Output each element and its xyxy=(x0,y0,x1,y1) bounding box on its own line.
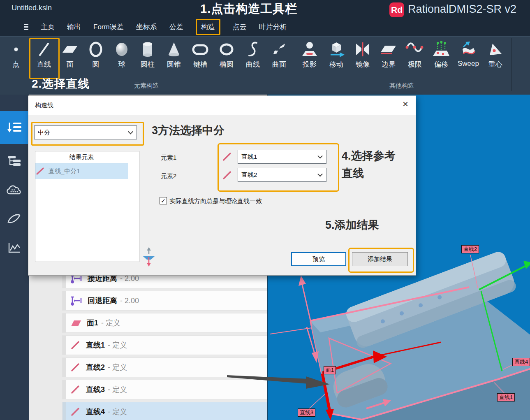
menu-item-home[interactable]: 主页 xyxy=(41,22,55,32)
left-sidebar xyxy=(0,95,29,420)
direction-checkbox[interactable]: ✓ xyxy=(160,197,167,204)
menu-item-pointcloud[interactable]: 点云 xyxy=(233,22,247,32)
tool-boundary[interactable]: 边界 xyxy=(376,40,401,69)
retract-distance-icon xyxy=(70,295,83,306)
method-select[interactable]: 中分 xyxy=(34,125,137,139)
document-title: Untitled.ksln xyxy=(12,4,52,12)
centroid-icon xyxy=(483,40,508,59)
line-feature-icon xyxy=(70,362,81,372)
result-list-scroll-column[interactable] xyxy=(128,151,139,262)
badge-plane1[interactable]: 面1 xyxy=(324,366,336,374)
point-icon xyxy=(3,40,29,59)
construct-line-dialog: 构造线 × 中分 3方法选择中分 结果元素 直线_中分1 元素1 元素2 直线1 xyxy=(28,95,416,276)
tool-sphere[interactable]: 球 xyxy=(109,40,134,69)
tool-centroid[interactable]: 重心 xyxy=(483,40,508,69)
extreme-icon xyxy=(402,40,428,59)
element2-label: 元素2 xyxy=(161,172,176,180)
element2-select[interactable]: 直线2 xyxy=(238,168,326,182)
slot-icon xyxy=(187,40,213,59)
tool-cylinder[interactable]: 圆柱 xyxy=(135,40,160,69)
menu-item-blade-analysis[interactable]: 叶片分析 xyxy=(259,22,287,32)
tool-mirror[interactable]: 镜像 xyxy=(350,40,375,69)
tool-project[interactable]: 投影 xyxy=(297,40,322,69)
annotation-step1: 1.点击构造工具栏 xyxy=(200,1,297,17)
menu-item-tolerance[interactable]: 公差 xyxy=(169,22,183,32)
app-window: Untitled.ksln 1.点击构造工具栏 Rd RationalDMIS2… xyxy=(0,0,530,420)
boundary-icon xyxy=(376,40,401,59)
offset-icon xyxy=(428,40,454,59)
element1-label: 元素1 xyxy=(161,154,176,162)
line-feature-icon xyxy=(70,407,81,417)
preview-button[interactable]: 预览 xyxy=(291,252,346,266)
annotation-step2: 2.选择直线 xyxy=(32,76,90,92)
surface-icon xyxy=(266,40,292,59)
sphere-icon xyxy=(109,40,134,59)
tool-ellipse[interactable]: 椭圆 xyxy=(214,40,239,69)
result-list-row[interactable]: 直线_中分1 xyxy=(35,163,128,179)
close-icon[interactable]: × xyxy=(403,99,408,109)
menu-item-coordsys[interactable]: 坐标系 xyxy=(136,22,157,32)
chevron-down-icon xyxy=(317,153,323,159)
titlebar: Untitled.ksln 1.点击构造工具栏 Rd RationalDMIS2… xyxy=(0,0,530,36)
ribbon-divider xyxy=(293,38,293,91)
sidebar-item-program-list[interactable] xyxy=(0,111,29,144)
list-item-line3[interactable]: 直线3 - 定义 xyxy=(62,380,294,399)
tool-move[interactable]: 移动 xyxy=(324,40,349,69)
dialog-titlebar[interactable]: 构造线 × xyxy=(28,96,416,115)
dialog-title: 构造线 xyxy=(35,102,53,109)
sidebar-item-feature-tree[interactable] xyxy=(0,145,29,178)
result-list-header: 结果元素 xyxy=(35,151,128,163)
app-name: RationalDMIS2-SR v2 xyxy=(408,3,516,16)
badge-line1[interactable]: 直线1 xyxy=(497,393,515,401)
line-feature-icon xyxy=(222,152,232,162)
annotation-step4-line2: 直线 xyxy=(342,166,364,181)
line-feature-icon xyxy=(70,385,81,394)
tool-line[interactable]: 直线 xyxy=(31,40,57,69)
plane-feature-icon xyxy=(70,318,82,328)
annotation-step4-line1: 4.选择参考 xyxy=(342,149,396,163)
sidebar-item-point-cloud[interactable] xyxy=(0,174,29,207)
tree-icon xyxy=(7,155,22,167)
add-result-button[interactable]: 添加结果 xyxy=(352,252,408,266)
tool-offset[interactable]: 偏移 xyxy=(428,40,454,69)
tool-cone[interactable]: 圆锥 xyxy=(161,40,187,69)
move-icon xyxy=(324,40,349,59)
project-icon xyxy=(297,40,322,59)
point-cloud-icon xyxy=(6,183,23,197)
tool-extreme[interactable]: 极限 xyxy=(402,40,428,69)
curve-icon xyxy=(240,40,266,59)
menu-item-construct[interactable]: 构造 xyxy=(196,19,220,35)
menu-item-form-error[interactable]: Form误差 xyxy=(93,22,124,32)
blade-icon xyxy=(7,212,22,225)
chevron-down-icon xyxy=(317,172,323,177)
badge-line4[interactable]: 直线4 xyxy=(512,358,530,366)
badge-line3[interactable]: 直线3 xyxy=(298,408,315,417)
list-item-line2[interactable]: 直线2 - 定义 xyxy=(62,358,294,377)
plane-icon xyxy=(57,40,83,59)
tool-slot[interactable]: 键槽 xyxy=(187,40,213,69)
tool-surface[interactable]: 曲面 xyxy=(266,40,292,69)
line-feature-icon xyxy=(35,167,45,176)
element1-select[interactable]: 直线1 xyxy=(238,150,326,164)
line-feature-icon xyxy=(222,170,232,180)
ribbon-divider xyxy=(511,38,511,91)
tool-circle[interactable]: 圆 xyxy=(83,40,109,69)
list-item-retract-distance[interactable]: 回退距离 - 2.00 xyxy=(62,291,294,310)
tool-sweep[interactable]: Sweep xyxy=(455,40,482,68)
menu-item-output[interactable]: 输出 xyxy=(67,22,81,32)
badge-line2[interactable]: 直线2 xyxy=(461,245,479,253)
result-list[interactable]: 结果元素 直线_中分1 xyxy=(35,151,139,262)
sidebar-item-blade[interactable] xyxy=(0,202,29,235)
list-item-line1[interactable]: 直线1 - 定义 xyxy=(62,336,294,355)
tool-point[interactable]: 点 xyxy=(3,40,29,69)
tool-plane[interactable]: 面 xyxy=(57,40,83,69)
ribbon-group-other-construct: 其他构造 xyxy=(361,82,443,90)
flip-direction-icon[interactable] xyxy=(142,247,155,267)
list-item-plane1[interactable]: 面1 - 定义 xyxy=(62,313,294,332)
menubar: 主页 输出 Form误差 坐标系 公差 构造 点云 叶片分析 xyxy=(24,19,287,35)
list-item-line4[interactable]: 直线4 - 定义 xyxy=(62,402,294,420)
sidebar-item-report-chart[interactable] xyxy=(0,231,29,264)
hamburger-menu-icon[interactable] xyxy=(24,23,28,31)
cylinder-icon xyxy=(135,40,160,59)
tool-curve[interactable]: 曲线 xyxy=(240,40,266,69)
